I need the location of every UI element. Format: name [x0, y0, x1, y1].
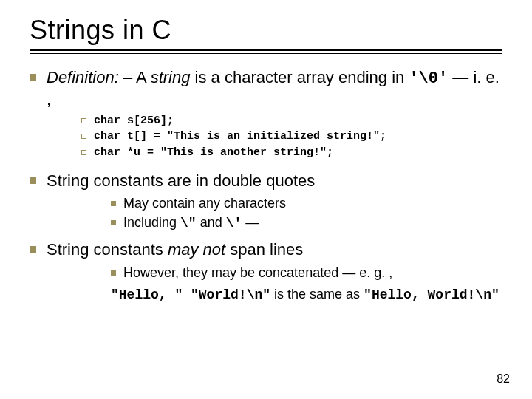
span-lines-text: String constants may not span lines: [47, 239, 303, 260]
bullet-definition: Definition: – A string is a character ar…: [30, 67, 502, 109]
sub-including-b: \": [180, 216, 197, 231]
sub-including-e: —: [242, 215, 259, 230]
concat-code-2: "Hello, World!\n": [364, 287, 499, 302]
definition-string-word: string: [151, 68, 191, 86]
hollow-bullet-icon: [81, 118, 86, 123]
code-text-2: char t[] = "This is an initialized strin…: [94, 129, 386, 144]
concat-note-text: However, they may be concatenated — e. g…: [123, 265, 392, 282]
definition-rest: is a character array ending in: [190, 68, 409, 86]
square-bullet-icon: [30, 74, 36, 81]
slide-body: Definition: – A string is a character ar…: [30, 67, 502, 304]
double-quotes-sublist: May contain any characters Including \" …: [111, 195, 502, 232]
code-line-1: char s[256];: [81, 114, 502, 129]
hollow-bullet-icon: [81, 134, 86, 139]
definition-nul-code: '\0': [409, 69, 448, 88]
slide-title: Strings in C: [30, 15, 502, 46]
sub-including-a: Including: [123, 215, 180, 230]
page-number: 82: [497, 372, 510, 386]
sub-may-contain-text: May contain any characters: [123, 195, 286, 212]
concat-mid: is the same as: [270, 287, 364, 301]
span-lines-c: span lines: [225, 240, 303, 259]
slide: Strings in C Definition: – A string is a…: [0, 0, 532, 399]
concat-note: However, they may be concatenated — e. g…: [111, 265, 502, 304]
sub-including-d: \': [226, 216, 242, 231]
sub-may-contain: May contain any characters: [111, 195, 502, 212]
bullet-span-lines: String constants may not span lines: [30, 239, 502, 260]
code-examples: char s[256]; char t[] = "This is an init…: [81, 114, 502, 160]
square-bullet-icon: [30, 246, 36, 253]
square-bullet-icon: [111, 220, 116, 225]
span-lines-b: may not: [168, 240, 225, 259]
square-bullet-icon: [111, 201, 116, 206]
sub-including-text: Including \" and \' —: [123, 214, 259, 232]
code-text-3: char *u = "This is another string!";: [94, 146, 333, 160]
title-rule-thick: [30, 49, 502, 51]
square-bullet-icon: [30, 177, 36, 184]
definition-dash: – A: [119, 68, 151, 86]
sub-including-c: and: [197, 215, 226, 230]
square-bullet-icon: [111, 270, 116, 276]
concat-code-1: "Hello, " "World!\n": [111, 287, 270, 302]
double-quotes-text: String constants are in double quotes: [47, 171, 315, 191]
definition-text: Definition: – A string is a character ar…: [47, 67, 502, 109]
code-line-3: char *u = "This is another string!";: [81, 146, 502, 160]
code-text-1: char s[256];: [94, 114, 174, 129]
concat-note-line2: "Hello, " "World!\n" is the same as "Hel…: [111, 286, 502, 304]
definition-prefix: Definition:: [47, 68, 119, 86]
span-lines-a: String constants: [47, 240, 168, 259]
concat-note-line1: However, they may be concatenated — e. g…: [111, 265, 502, 282]
code-line-2: char t[] = "This is an initialized strin…: [81, 129, 502, 144]
hollow-bullet-icon: [81, 150, 86, 155]
title-rule-thin: [30, 53, 502, 54]
sub-including: Including \" and \' —: [111, 214, 502, 232]
bullet-double-quotes: String constants are in double quotes: [30, 171, 502, 191]
